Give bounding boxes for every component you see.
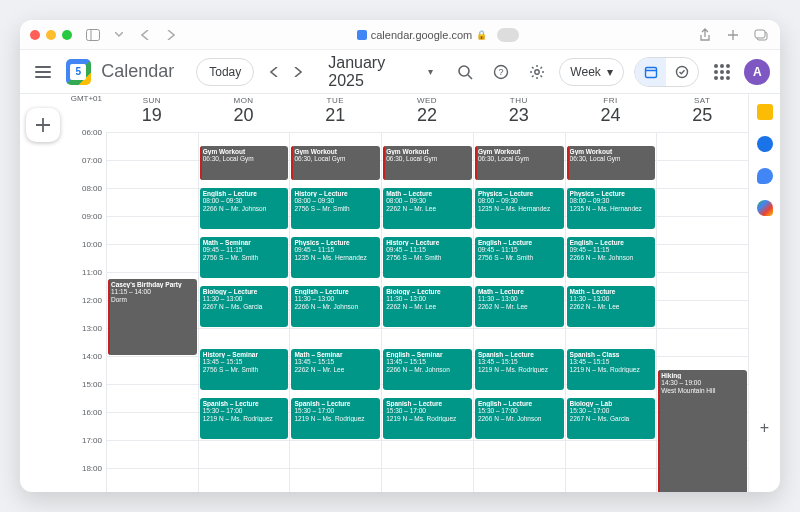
- calendar-event[interactable]: Math – Seminar09:45 – 11:152756 S – Mr. …: [200, 237, 289, 278]
- help-button[interactable]: ?: [488, 59, 514, 85]
- day-column[interactable]: Gym Workout06:30, Local GymHistory – Lec…: [289, 132, 381, 492]
- tasks-view-button[interactable]: [666, 58, 698, 86]
- day-header[interactable]: WED22: [381, 94, 473, 132]
- contacts-icon[interactable]: [757, 168, 773, 184]
- calendar-event[interactable]: English – Lecture09:45 – 11:152756 S – M…: [475, 237, 564, 278]
- google-apps-button[interactable]: [709, 59, 735, 85]
- calendar-event[interactable]: Physics – Lecture08:00 – 09:301235 N – M…: [475, 188, 564, 229]
- day-column[interactable]: Hiking14:30 – 19:00West Mountain Hill: [656, 132, 748, 492]
- date-range-picker[interactable]: January 2025 ▾: [328, 54, 432, 90]
- calendar-event[interactable]: English – Lecture15:30 – 17:002266 N – M…: [475, 398, 564, 439]
- address-bar[interactable]: calendar.google.com 🔒: [188, 28, 688, 42]
- calendar-event[interactable]: Spanish – Lecture15:30 – 17:001219 N – M…: [200, 398, 289, 439]
- sidebar-toggle-icon[interactable]: [84, 26, 102, 44]
- calendar-event[interactable]: Math – Lecture11:30 – 13:002262 N – Mr. …: [475, 286, 564, 327]
- share-icon[interactable]: [696, 26, 714, 44]
- calendar-event[interactable]: Math – Seminar13:45 – 15:152262 N – Mr. …: [291, 349, 380, 390]
- calendar-event[interactable]: Casey's Birthday Party11:15 – 14:00Dorm: [108, 279, 197, 355]
- event-time: 11:15 – 14:00: [111, 288, 194, 295]
- day-header[interactable]: TUE21: [289, 94, 381, 132]
- day-header[interactable]: SAT25: [656, 94, 748, 132]
- calendar-view-button[interactable]: [635, 58, 667, 86]
- day-header[interactable]: MON20: [198, 94, 290, 132]
- calendar-event[interactable]: History – Seminar13:45 – 15:152756 S – M…: [200, 349, 289, 390]
- search-button[interactable]: [453, 59, 479, 85]
- calendar-event[interactable]: Biology – Lecture11:30 – 13:002267 N – M…: [200, 286, 289, 327]
- day-column[interactable]: Gym Workout06:30, Local GymPhysics – Lec…: [565, 132, 657, 492]
- calendar-event[interactable]: Biology – Lecture11:30 – 13:002262 N – M…: [383, 286, 472, 327]
- calendar-event[interactable]: History – Lecture09:45 – 11:152756 S – M…: [383, 237, 472, 278]
- event-time: 11:30 – 13:00: [386, 295, 469, 302]
- event-time: 15:30 – 17:00: [570, 407, 653, 414]
- hour-label: 17:00: [82, 436, 102, 445]
- calendar-event[interactable]: Math – Lecture08:00 – 09:302262 N – Mr. …: [383, 188, 472, 229]
- calendar-event[interactable]: Math – Lecture11:30 – 13:002262 N – Mr. …: [567, 286, 656, 327]
- close-window-button[interactable]: [30, 30, 40, 40]
- calendar-event[interactable]: Spanish – Lecture15:30 – 17:001219 N – M…: [383, 398, 472, 439]
- event-location: 2266 N – Mr. Johnson: [203, 205, 286, 212]
- calendar-event[interactable]: English – Seminar13:45 – 15:152266 N – M…: [383, 349, 472, 390]
- event-time: 15:30 – 17:00: [386, 407, 469, 414]
- calendar-event[interactable]: Gym Workout06:30, Local Gym: [567, 146, 656, 180]
- calendar-event[interactable]: Gym Workout06:30, Local Gym: [475, 146, 564, 180]
- event-title: Hiking: [661, 372, 744, 379]
- view-selector[interactable]: Week ▾: [559, 58, 623, 86]
- event-title: Math – Lecture: [478, 288, 561, 295]
- calendar-event[interactable]: Gym Workout06:30, Local Gym: [291, 146, 380, 180]
- event-location: 2266 N – Mr. Johnson: [478, 415, 561, 422]
- tasks-icon[interactable]: [757, 136, 773, 152]
- event-time: 09:45 – 11:15: [203, 246, 286, 253]
- today-button[interactable]: Today: [196, 58, 254, 86]
- calendar-event[interactable]: Hiking14:30 – 19:00West Mountain Hill: [658, 370, 747, 492]
- hour-label: 18:00: [82, 464, 102, 473]
- svg-point-9: [534, 69, 538, 73]
- event-title: Gym Workout: [203, 148, 286, 155]
- calendar-event[interactable]: Gym Workout06:30, Local Gym: [200, 146, 289, 180]
- left-gutter: [20, 94, 66, 492]
- event-title: History – Lecture: [386, 239, 469, 246]
- tabs-overview-icon[interactable]: [752, 26, 770, 44]
- day-column[interactable]: Gym Workout06:30, Local GymPhysics – Lec…: [473, 132, 565, 492]
- calendar-event[interactable]: Physics – Lecture08:00 – 09:301235 N – M…: [567, 188, 656, 229]
- day-header[interactable]: FRI24: [565, 94, 657, 132]
- prev-period-button[interactable]: [270, 67, 288, 77]
- account-avatar[interactable]: A: [744, 59, 770, 85]
- keep-icon[interactable]: [757, 104, 773, 120]
- calendar-event[interactable]: Spanish – Lecture13:45 – 15:151219 N – M…: [475, 349, 564, 390]
- settings-button[interactable]: [524, 59, 550, 85]
- event-title: Gym Workout: [478, 148, 561, 155]
- event-location: 2756 S – Mr. Smith: [203, 366, 286, 373]
- calendar-event[interactable]: Biology – Lab15:30 – 17:002267 N – Ms. G…: [567, 398, 656, 439]
- calendar-event[interactable]: Gym Workout06:30, Local Gym: [383, 146, 472, 180]
- day-column[interactable]: Gym Workout06:30, Local GymMath – Lectur…: [381, 132, 473, 492]
- zoom-window-button[interactable]: [62, 30, 72, 40]
- calendar-event[interactable]: Spanish – Class13:45 – 15:151219 N – Ms.…: [567, 349, 656, 390]
- lock-icon: 🔒: [476, 30, 487, 40]
- main-menu-button[interactable]: [30, 59, 56, 85]
- day-header[interactable]: THU23: [473, 94, 565, 132]
- calendar-event[interactable]: Physics – Lecture09:45 – 11:151235 N – M…: [291, 237, 380, 278]
- nav-back-button[interactable]: [136, 26, 154, 44]
- chevron-down-icon[interactable]: [110, 26, 128, 44]
- day-header[interactable]: SUN19: [106, 94, 198, 132]
- event-title: Biology – Lecture: [203, 288, 286, 295]
- calendar-event[interactable]: English – Lecture08:00 – 09:302266 N – M…: [200, 188, 289, 229]
- maps-icon[interactable]: [757, 200, 773, 216]
- reader-toggle[interactable]: [497, 28, 519, 42]
- calendar-event[interactable]: History – Lecture08:00 – 09:302756 S – M…: [291, 188, 380, 229]
- week-grid[interactable]: Casey's Birthday Party11:15 – 14:00DormG…: [106, 132, 748, 492]
- create-event-button[interactable]: [26, 108, 60, 142]
- minimize-window-button[interactable]: [46, 30, 56, 40]
- next-period-button[interactable]: [294, 67, 312, 77]
- day-of-week-label: TUE: [327, 96, 345, 105]
- calendar-event[interactable]: English – Lecture09:45 – 11:152266 N – M…: [567, 237, 656, 278]
- event-title: Math – Lecture: [570, 288, 653, 295]
- nav-forward-button[interactable]: [162, 26, 180, 44]
- addons-button[interactable]: +: [757, 420, 773, 436]
- day-column[interactable]: Gym Workout06:30, Local GymEnglish – Lec…: [198, 132, 290, 492]
- day-column[interactable]: Casey's Birthday Party11:15 – 14:00Dorm: [106, 132, 198, 492]
- calendar-event[interactable]: English – Lecture11:30 – 13:002266 N – M…: [291, 286, 380, 327]
- event-time: 09:45 – 11:15: [386, 246, 469, 253]
- calendar-event[interactable]: Spanish – Lecture15:30 – 17:001219 N – M…: [291, 398, 380, 439]
- new-tab-icon[interactable]: [724, 26, 742, 44]
